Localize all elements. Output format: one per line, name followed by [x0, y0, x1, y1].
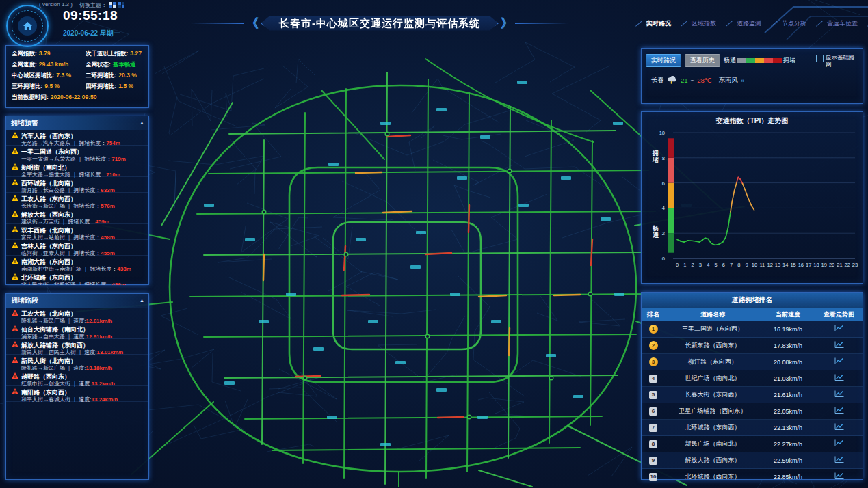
road-name: 西环城路（北向南） — [21, 180, 77, 187]
nav-item-3[interactable]: 道路监测 — [725, 19, 761, 28]
road-name: 越野路（西向东） — [21, 373, 70, 380]
network-stats-panel: 全网指数:3.79次干道以上指数:3.27全网速度:29.43 km/h全网状态… — [5, 45, 149, 108]
value: 458m — [101, 234, 114, 241]
list-item[interactable]: 南湖大路（东向西）南湖新村中街→南湖广场 ｜ 拥堵长度：438m — [6, 256, 148, 271]
list-item[interactable]: 解放大路辅路（东向西）新民大街→西民主大街 ｜ 速度:13.01km/h — [6, 339, 148, 355]
value-label: 拥堵长度： — [73, 250, 101, 256]
speed-cell: 21.03km/h — [761, 375, 815, 382]
list-item[interactable]: 工农大路（北向南）隆礼路→新民广场 ｜ 速度:12.61km/h — [6, 308, 148, 323]
weather-wind: 东南风 — [718, 76, 738, 85]
speed-cell: 20.08km/h — [761, 359, 815, 366]
list-item[interactable]: 一零二国道（东向西）一零一省道→东荣大路 ｜ 拥堵长度：719m — [6, 146, 148, 161]
value: 13.18km/h — [86, 365, 113, 371]
list-item[interactable]: 西环城路（北向南）新月路→长白公路 ｜ 拥堵长度：633m — [6, 177, 148, 193]
tpi-line-chart: 0246810拥堵畅通01234567891011121314151617181… — [642, 126, 863, 280]
ranking-title: 道路拥堵排名 — [642, 293, 863, 308]
ranking-header-cell: 查看走势图 — [815, 310, 863, 319]
trend-chart-icon[interactable] — [834, 341, 844, 350]
trend-chart-icon[interactable] — [834, 325, 844, 334]
svg-text:12: 12 — [767, 262, 772, 268]
list-item[interactable]: 解放大路（西向东）建设街→万宝街 ｜ 拥堵长度：459m — [6, 208, 148, 224]
list-item[interactable]: 工农大路（东向西）长庆街→新民广场 ｜ 拥堵长度：576m — [6, 193, 148, 208]
collapse-arrow-icon[interactable]: ▲ — [140, 116, 144, 130]
road-name: 北环城路（东向西） — [21, 274, 77, 281]
rank-cell: 7 — [642, 424, 665, 432]
value-label: 速度: — [73, 318, 86, 324]
stat-value: 20.3 % — [118, 72, 136, 79]
list-item[interactable]: 汽车大路（西向东）无名路→汽车大路东 ｜ 拥堵长度：754m — [6, 130, 148, 146]
value-label: 拥堵长度： — [90, 266, 117, 272]
nav-item-label: 区域指数 — [692, 19, 716, 28]
rank-cell: 9 — [642, 457, 665, 465]
list-item[interactable]: 吉林大路（东向西）临河街→亚泰大街 ｜ 拥堵长度：455m — [6, 240, 148, 256]
trend-chart-icon[interactable] — [834, 472, 844, 481]
value-label: 速度: — [79, 396, 91, 402]
stat-label: 全网状态: — [86, 61, 111, 68]
banner-line-left — [191, 23, 244, 24]
list-item[interactable]: 新明街（南向北）全宇大路→盛世大路 ｜ 拥堵长度：710m — [6, 161, 148, 177]
road-name: 新民大街（北向南） — [21, 357, 77, 364]
list-item[interactable]: 双丰西路（北向南）富民大街→站前街 ｜ 拥堵长度：458m — [6, 224, 148, 240]
trend-chart-icon[interactable] — [834, 390, 844, 399]
rank-cell: 5 — [642, 391, 665, 399]
stat-value: 1.5 % — [118, 83, 133, 90]
list-item[interactable]: 北环城路（东向西）北人民大街→北凯旋路 ｜ 拥堵长度：436m — [6, 271, 148, 285]
nav-item-4[interactable]: 节点分析 — [770, 19, 806, 28]
trend-chart-icon[interactable] — [834, 407, 844, 416]
stat-label: 四环拥堵比: — [86, 83, 116, 90]
list-item[interactable]: 仙台大街辅路（南向北）浦东路→自由大路 ｜ 速度:12.91km/h — [6, 323, 148, 339]
value-label: 拥堵长度： — [73, 234, 101, 241]
nav-item-1[interactable]: 实时路况 — [635, 19, 671, 28]
value: 13.24km/h — [92, 396, 118, 402]
list-item[interactable]: 越野路（西向东）红领巾街→创业大街 ｜ 速度:13.2km/h — [6, 370, 148, 386]
weather-city: 长春 — [651, 76, 664, 85]
svg-text:23: 23 — [852, 262, 858, 268]
collapse-arrow-icon[interactable]: ▲ — [140, 294, 144, 308]
stat-value: 29.43 km/h — [39, 61, 68, 68]
speed-cell: 21.61km/h — [761, 392, 815, 398]
theme-swatch-dark[interactable] — [118, 2, 124, 8]
trend-chart-icon[interactable] — [834, 439, 844, 448]
section-range: 无名路→汽车大路东 — [21, 140, 72, 146]
value: 12.91km/h — [86, 334, 113, 340]
value-label: 速度: — [73, 334, 86, 340]
separator: ｜ — [72, 381, 79, 387]
basemap-checkbox[interactable] — [816, 55, 824, 62]
trend-chart-icon[interactable] — [834, 423, 844, 432]
list-item-road: 南湖大路（东向西） — [12, 258, 148, 265]
theme-swatch-light[interactable] — [109, 2, 116, 8]
trend-chart-icon[interactable] — [834, 357, 844, 366]
traffic-legend: 畅通 拥堵 — [724, 56, 795, 65]
warning-triangle-icon — [12, 242, 18, 249]
nav-item-2[interactable]: 区域指数 — [680, 19, 716, 28]
road-name: 解放大路辅路（东向西） — [21, 342, 89, 349]
realtime-button[interactable]: 实时路况 — [646, 54, 681, 67]
road-ranking-panel: 道路拥堵排名 排名道路名称当前速度查看走势图 1三零二国道（东向西）16.19k… — [641, 292, 863, 480]
home-logo[interactable] — [6, 5, 49, 47]
warning-triangle-icon — [12, 325, 18, 333]
rank-cell: 3 — [642, 357, 665, 366]
congestion-panel-title: 拥堵路段 — [11, 297, 38, 304]
congestion-list: 工农大路（北向南）隆礼路→新民广场 ｜ 速度:12.61km/h仙台大街辅路（南… — [6, 308, 148, 402]
value-label: 拥堵长度： — [73, 203, 101, 209]
list-item[interactable]: 南阳路（东向西）和平大街→春城大街 ｜ 速度:13.24km/h — [6, 386, 148, 402]
list-item-road: 仙台大街辅路（南向北） — [12, 325, 148, 333]
trend-chart-icon[interactable] — [834, 456, 844, 465]
nav-item-5[interactable]: 营运车位置 — [815, 19, 858, 28]
trend-chart-icon[interactable] — [834, 374, 844, 383]
separator: ｜ — [72, 140, 79, 146]
trend-cell — [815, 390, 863, 399]
list-item[interactable]: 新民大街（北向南）隆礼路→新民广场 ｜ 速度:13.18km/h — [6, 355, 148, 370]
congestion-warning-panel: 拥堵预警 ▲ 汽车大路（西向东）无名路→汽车大路东 ｜ 拥堵长度：754m一零二… — [5, 116, 149, 285]
history-button[interactable]: 查看历史 — [685, 54, 720, 67]
list-item-road: 吉林大路（东向西） — [12, 242, 148, 249]
svg-text:10: 10 — [752, 262, 757, 268]
svg-text:7: 7 — [730, 262, 733, 268]
separator: ｜ — [77, 156, 84, 162]
road-name: 汽车大路（西向东） — [21, 133, 77, 139]
weather-more-link[interactable]: » — [741, 77, 744, 84]
separator: ｜ — [66, 365, 73, 371]
warning-triangle-icon — [12, 163, 18, 171]
list-item-road: 西环城路（北向南） — [12, 179, 148, 187]
warning-triangle-icon — [12, 195, 18, 202]
